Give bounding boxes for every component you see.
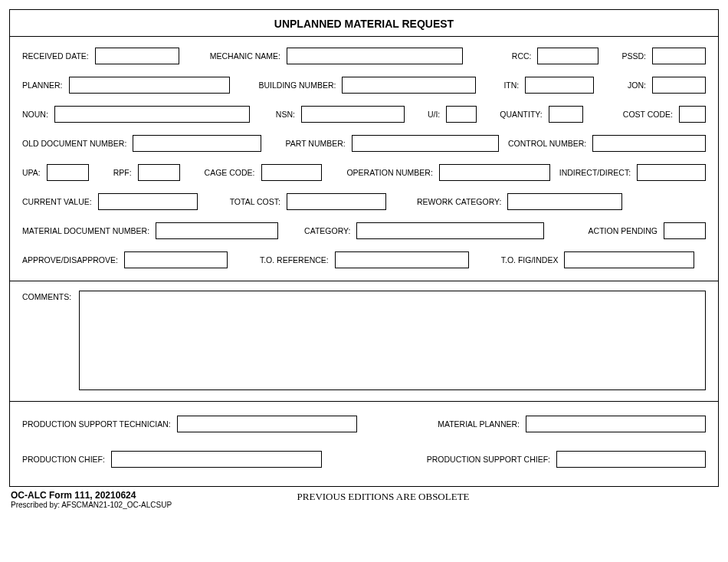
label-quantity: QUANTITY:: [500, 110, 542, 119]
field-cost-code[interactable]: [679, 106, 706, 123]
footer-left: OC-ALC Form 111, 20210624 Prescribed by:…: [11, 490, 172, 509]
label-old-document-number: OLD DOCUMENT NUMBER:: [22, 139, 126, 148]
label-category: CATEGORY:: [304, 226, 350, 235]
field-jon[interactable]: [652, 77, 706, 94]
row-3: NOUN: NSN: U/I: QUANTITY: COST CODE:: [22, 106, 706, 123]
label-comments: COMMENTS:: [22, 291, 71, 301]
field-planner[interactable]: [69, 77, 230, 94]
label-noun: NOUN:: [22, 110, 48, 119]
field-noun[interactable]: [54, 106, 250, 123]
label-mechanic-name: MECHANIC NAME:: [210, 51, 280, 61]
field-quantity[interactable]: [549, 106, 583, 123]
form-id: OC-ALC Form 111, 20210624: [11, 490, 172, 501]
field-itn[interactable]: [525, 77, 594, 94]
label-indirect-direct: INDIRECT/DIRECT:: [559, 168, 631, 177]
field-nsn[interactable]: [301, 106, 405, 123]
label-nsn: NSN:: [276, 110, 295, 119]
label-cost-code: COST CODE:: [623, 110, 673, 119]
footer-obsolete: PREVIOUS EDITIONS ARE OBSOLETE: [187, 490, 579, 503]
field-ui[interactable]: [446, 106, 477, 123]
label-total-cost: TOTAL COST:: [230, 197, 280, 206]
label-material-planner: MATERIAL PLANNER:: [438, 419, 520, 429]
field-material-document-number[interactable]: [156, 222, 278, 239]
label-ui: U/I:: [428, 110, 440, 119]
field-rpf[interactable]: [138, 164, 180, 181]
label-itn: ITN:: [503, 81, 519, 90]
field-production-support-technician[interactable]: [177, 416, 357, 432]
row-4: OLD DOCUMENT NUMBER: PART NUMBER: CONTRO…: [22, 135, 706, 152]
field-rcc[interactable]: [537, 48, 598, 64]
form-body: RECEIVED DATE: MECHANIC NAME: RCC: PSSD:…: [10, 37, 718, 281]
field-to-fig-index[interactable]: [564, 251, 694, 268]
label-cage-code: CAGE CODE:: [205, 168, 255, 177]
field-old-document-number[interactable]: [133, 135, 261, 152]
label-rpf: RPF:: [113, 168, 132, 177]
footer: OC-ALC Form 111, 20210624 Prescribed by:…: [9, 487, 719, 509]
field-building-number[interactable]: [342, 77, 476, 94]
field-part-number[interactable]: [352, 135, 499, 152]
field-comments[interactable]: [79, 291, 706, 390]
row-6: CURRENT VALUE: TOTAL COST: REWORK CATEGO…: [22, 193, 706, 210]
row-8: APPROVE/DISAPPROVE: T.O. REFERENCE: T.O.…: [22, 251, 706, 268]
field-production-support-chief[interactable]: [556, 451, 706, 468]
field-current-value[interactable]: [98, 193, 198, 210]
label-jon: JON:: [628, 81, 646, 90]
label-pssd: PSSD:: [621, 51, 646, 61]
label-approve-disapprove: APPROVE/DISAPPROVE:: [22, 255, 118, 265]
field-mechanic-name[interactable]: [287, 48, 463, 64]
field-cage-code[interactable]: [261, 164, 323, 181]
row-5: UPA: RPF: CAGE CODE: OPERATION NUMBER: I…: [22, 164, 706, 181]
field-pssd[interactable]: [652, 48, 706, 64]
label-part-number: PART NUMBER:: [286, 139, 346, 148]
label-rework-category: REWORK CATEGORY:: [417, 197, 501, 206]
label-planner: PLANNER:: [22, 81, 63, 90]
label-to-fig-index: T.O. FIG/INDEX: [501, 255, 559, 265]
field-category[interactable]: [356, 222, 544, 239]
prescribed-by: Prescribed by: AFSCMAN21-102_OC-ALCSUP: [11, 501, 172, 509]
page-title: UNPLANNED MATERIAL REQUEST: [10, 18, 718, 30]
sig-row-2: PRODUCTION CHIEF: PRODUCTION SUPPORT CHI…: [22, 451, 706, 468]
field-production-chief[interactable]: [111, 451, 322, 468]
comments-section: COMMENTS:: [10, 281, 718, 402]
field-rework-category[interactable]: [507, 193, 622, 210]
label-building-number: BUILDING NUMBER:: [259, 81, 336, 90]
label-operation-number: OPERATION NUMBER:: [346, 168, 432, 177]
row-2: PLANNER: BUILDING NUMBER: ITN: JON:: [22, 77, 706, 94]
row-7: MATERIAL DOCUMENT NUMBER: CATEGORY: ACTI…: [22, 222, 706, 239]
field-total-cost[interactable]: [287, 193, 386, 210]
label-control-number: CONTROL NUMBER:: [508, 139, 586, 148]
label-current-value: CURRENT VALUE:: [22, 197, 92, 206]
row-1: RECEIVED DATE: MECHANIC NAME: RCC: PSSD:: [22, 48, 706, 64]
label-production-support-technician: PRODUCTION SUPPORT TECHNICIAN:: [22, 419, 171, 429]
label-action-pending: ACTION PENDING: [589, 226, 657, 235]
field-to-reference[interactable]: [335, 251, 469, 268]
title-section: UNPLANNED MATERIAL REQUEST: [10, 10, 718, 37]
signatures-section: PRODUCTION SUPPORT TECHNICIAN: MATERIAL …: [10, 402, 718, 486]
label-received-date: RECEIVED DATE:: [22, 51, 89, 61]
label-upa: UPA:: [22, 168, 41, 177]
field-received-date[interactable]: [95, 48, 179, 64]
field-indirect-direct[interactable]: [637, 164, 706, 181]
field-approve-disapprove[interactable]: [124, 251, 228, 268]
form-page: UNPLANNED MATERIAL REQUEST RECEIVED DATE…: [9, 9, 719, 487]
field-action-pending[interactable]: [664, 222, 706, 239]
field-control-number[interactable]: [592, 135, 706, 152]
field-material-planner[interactable]: [526, 416, 706, 432]
label-production-chief: PRODUCTION CHIEF:: [22, 455, 105, 464]
label-to-reference: T.O. REFERENCE:: [260, 255, 329, 265]
field-upa[interactable]: [47, 164, 89, 181]
sig-row-1: PRODUCTION SUPPORT TECHNICIAN: MATERIAL …: [22, 416, 706, 432]
label-production-support-chief: PRODUCTION SUPPORT CHIEF:: [427, 455, 550, 464]
label-rcc: RCC:: [512, 51, 532, 61]
field-operation-number[interactable]: [439, 164, 550, 181]
label-material-document-number: MATERIAL DOCUMENT NUMBER:: [22, 226, 149, 235]
